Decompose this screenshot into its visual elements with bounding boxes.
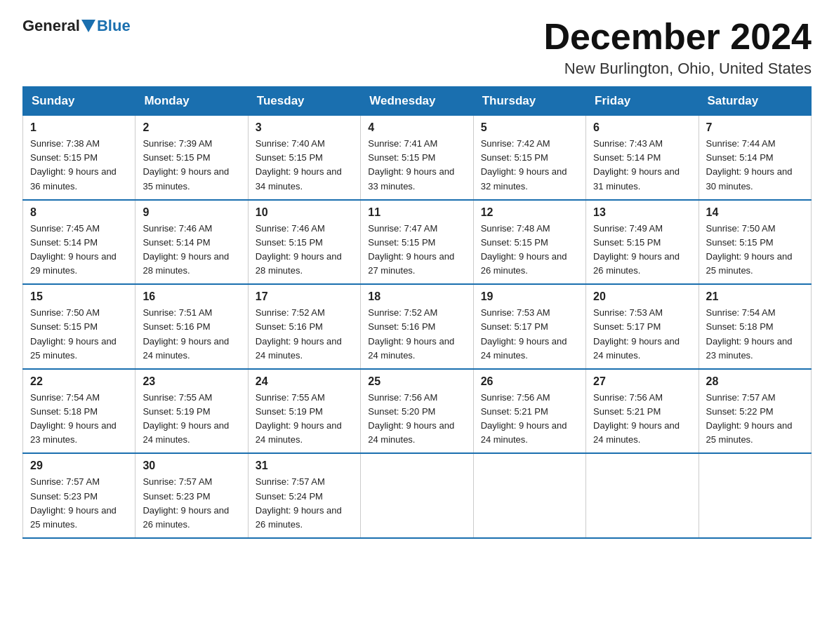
table-row — [586, 453, 699, 538]
table-row: 20 Sunrise: 7:53 AMSunset: 5:17 PMDaylig… — [586, 284, 699, 369]
table-row: 1 Sunrise: 7:38 AMSunset: 5:15 PMDayligh… — [23, 116, 135, 200]
calendar-week-row: 8 Sunrise: 7:45 AMSunset: 5:14 PMDayligh… — [23, 200, 812, 285]
day-number: 27 — [593, 375, 691, 388]
day-info: Sunrise: 7:57 AMSunset: 5:22 PMDaylight:… — [706, 391, 804, 448]
table-row: 27 Sunrise: 7:56 AMSunset: 5:21 PMDaylig… — [586, 369, 699, 454]
calendar-week-row: 15 Sunrise: 7:50 AMSunset: 5:15 PMDaylig… — [23, 284, 812, 369]
logo: General Blue — [22, 17, 131, 35]
day-info: Sunrise: 7:51 AMSunset: 5:16 PMDaylight:… — [143, 306, 240, 363]
day-info: Sunrise: 7:39 AMSunset: 5:15 PMDaylight:… — [143, 137, 240, 194]
calendar-body: 1 Sunrise: 7:38 AMSunset: 5:15 PMDayligh… — [23, 116, 812, 538]
calendar-header: Sunday Monday Tuesday Wednesday Thursday… — [23, 87, 812, 116]
header-saturday: Saturday — [699, 87, 811, 116]
calendar-week-row: 1 Sunrise: 7:38 AMSunset: 5:15 PMDayligh… — [23, 116, 812, 200]
table-row: 16 Sunrise: 7:51 AMSunset: 5:16 PMDaylig… — [135, 284, 248, 369]
table-row: 25 Sunrise: 7:56 AMSunset: 5:20 PMDaylig… — [361, 369, 473, 454]
month-title: December 2024 — [543, 17, 812, 57]
table-row: 8 Sunrise: 7:45 AMSunset: 5:14 PMDayligh… — [23, 200, 135, 285]
day-number: 2 — [143, 121, 240, 134]
day-info: Sunrise: 7:49 AMSunset: 5:15 PMDaylight:… — [593, 222, 691, 279]
day-number: 29 — [30, 459, 128, 472]
table-row: 11 Sunrise: 7:47 AMSunset: 5:15 PMDaylig… — [361, 200, 473, 285]
table-row: 7 Sunrise: 7:44 AMSunset: 5:14 PMDayligh… — [699, 116, 811, 200]
table-row — [699, 453, 811, 538]
day-number: 10 — [256, 206, 353, 219]
header-tuesday: Tuesday — [248, 87, 360, 116]
day-number: 31 — [256, 459, 353, 472]
header-wednesday: Wednesday — [361, 87, 473, 116]
day-info: Sunrise: 7:57 AMSunset: 5:24 PMDaylight:… — [256, 475, 353, 532]
day-info: Sunrise: 7:47 AMSunset: 5:15 PMDaylight:… — [368, 222, 465, 279]
day-info: Sunrise: 7:44 AMSunset: 5:14 PMDaylight:… — [706, 137, 804, 194]
table-row: 4 Sunrise: 7:41 AMSunset: 5:15 PMDayligh… — [361, 116, 473, 200]
day-info: Sunrise: 7:54 AMSunset: 5:18 PMDaylight:… — [706, 306, 804, 363]
day-info: Sunrise: 7:56 AMSunset: 5:21 PMDaylight:… — [481, 391, 578, 448]
table-row: 17 Sunrise: 7:52 AMSunset: 5:16 PMDaylig… — [248, 284, 360, 369]
table-row: 18 Sunrise: 7:52 AMSunset: 5:16 PMDaylig… — [361, 284, 473, 369]
table-row: 21 Sunrise: 7:54 AMSunset: 5:18 PMDaylig… — [699, 284, 811, 369]
table-row: 6 Sunrise: 7:43 AMSunset: 5:14 PMDayligh… — [586, 116, 699, 200]
day-info: Sunrise: 7:50 AMSunset: 5:15 PMDaylight:… — [30, 306, 128, 363]
day-info: Sunrise: 7:52 AMSunset: 5:16 PMDaylight:… — [368, 306, 465, 363]
day-number: 30 — [143, 459, 240, 472]
day-number: 12 — [481, 206, 578, 219]
day-info: Sunrise: 7:48 AMSunset: 5:15 PMDaylight:… — [481, 222, 578, 279]
day-info: Sunrise: 7:57 AMSunset: 5:23 PMDaylight:… — [143, 475, 240, 532]
day-info: Sunrise: 7:56 AMSunset: 5:20 PMDaylight:… — [368, 391, 465, 448]
day-number: 28 — [706, 375, 804, 388]
day-info: Sunrise: 7:57 AMSunset: 5:23 PMDaylight:… — [30, 475, 128, 532]
day-number: 25 — [368, 375, 465, 388]
day-info: Sunrise: 7:38 AMSunset: 5:15 PMDaylight:… — [30, 137, 128, 194]
day-number: 17 — [256, 290, 353, 303]
day-info: Sunrise: 7:52 AMSunset: 5:16 PMDaylight:… — [256, 306, 353, 363]
day-info: Sunrise: 7:46 AMSunset: 5:14 PMDaylight:… — [143, 222, 240, 279]
table-row: 24 Sunrise: 7:55 AMSunset: 5:19 PMDaylig… — [248, 369, 360, 454]
calendar-week-row: 22 Sunrise: 7:54 AMSunset: 5:18 PMDaylig… — [23, 369, 812, 454]
location-title: New Burlington, Ohio, United States — [543, 60, 812, 78]
day-info: Sunrise: 7:53 AMSunset: 5:17 PMDaylight:… — [481, 306, 578, 363]
day-info: Sunrise: 7:43 AMSunset: 5:14 PMDaylight:… — [593, 137, 691, 194]
day-number: 9 — [143, 206, 240, 219]
table-row: 3 Sunrise: 7:40 AMSunset: 5:15 PMDayligh… — [248, 116, 360, 200]
table-row: 2 Sunrise: 7:39 AMSunset: 5:15 PMDayligh… — [135, 116, 248, 200]
logo-blue-text: Blue — [97, 17, 131, 35]
table-row: 13 Sunrise: 7:49 AMSunset: 5:15 PMDaylig… — [586, 200, 699, 285]
table-row: 30 Sunrise: 7:57 AMSunset: 5:23 PMDaylig… — [135, 453, 248, 538]
day-info: Sunrise: 7:40 AMSunset: 5:15 PMDaylight:… — [256, 137, 353, 194]
table-row: 12 Sunrise: 7:48 AMSunset: 5:15 PMDaylig… — [473, 200, 585, 285]
day-number: 5 — [481, 121, 578, 134]
day-info: Sunrise: 7:45 AMSunset: 5:14 PMDaylight:… — [30, 222, 128, 279]
day-number: 16 — [143, 290, 240, 303]
day-info: Sunrise: 7:55 AMSunset: 5:19 PMDaylight:… — [256, 391, 353, 448]
table-row: 15 Sunrise: 7:50 AMSunset: 5:15 PMDaylig… — [23, 284, 135, 369]
header-sunday: Sunday — [23, 87, 135, 116]
day-info: Sunrise: 7:46 AMSunset: 5:15 PMDaylight:… — [256, 222, 353, 279]
day-info: Sunrise: 7:55 AMSunset: 5:19 PMDaylight:… — [143, 391, 240, 448]
day-number: 23 — [143, 375, 240, 388]
day-number: 19 — [481, 290, 578, 303]
table-row: 26 Sunrise: 7:56 AMSunset: 5:21 PMDaylig… — [473, 369, 585, 454]
logo-general-text: General — [22, 17, 80, 35]
day-number: 22 — [30, 375, 128, 388]
day-info: Sunrise: 7:41 AMSunset: 5:15 PMDaylight:… — [368, 137, 465, 194]
table-row: 9 Sunrise: 7:46 AMSunset: 5:14 PMDayligh… — [135, 200, 248, 285]
day-number: 8 — [30, 206, 128, 219]
header-thursday: Thursday — [473, 87, 585, 116]
day-number: 24 — [256, 375, 353, 388]
header-friday: Friday — [586, 87, 699, 116]
table-row: 31 Sunrise: 7:57 AMSunset: 5:24 PMDaylig… — [248, 453, 360, 538]
day-number: 11 — [368, 206, 465, 219]
table-row: 23 Sunrise: 7:55 AMSunset: 5:19 PMDaylig… — [135, 369, 248, 454]
day-number: 6 — [593, 121, 691, 134]
day-number: 3 — [256, 121, 353, 134]
day-number: 13 — [593, 206, 691, 219]
day-number: 7 — [706, 121, 804, 134]
table-row: 28 Sunrise: 7:57 AMSunset: 5:22 PMDaylig… — [699, 369, 811, 454]
day-number: 15 — [30, 290, 128, 303]
day-number: 26 — [481, 375, 578, 388]
table-row: 29 Sunrise: 7:57 AMSunset: 5:23 PMDaylig… — [23, 453, 135, 538]
day-number: 4 — [368, 121, 465, 134]
day-number: 21 — [706, 290, 804, 303]
header-monday: Monday — [135, 87, 248, 116]
table-row: 10 Sunrise: 7:46 AMSunset: 5:15 PMDaylig… — [248, 200, 360, 285]
